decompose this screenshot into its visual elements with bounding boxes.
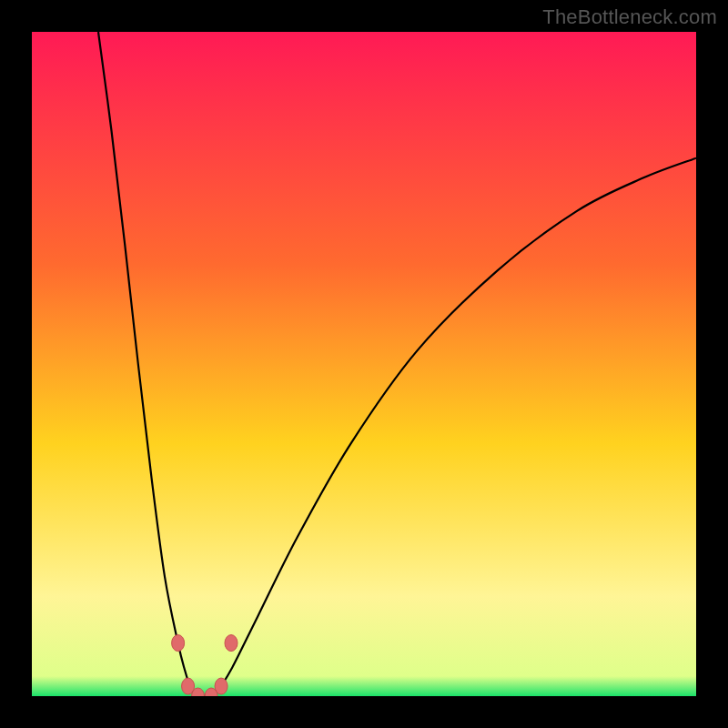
- chart-frame: TheBottleneck.com: [0, 0, 728, 728]
- marker-dot: [172, 635, 185, 652]
- curve-left-branch: [98, 32, 205, 696]
- plot-area: [32, 32, 696, 696]
- watermark-text: TheBottleneck.com: [542, 5, 717, 29]
- marker-dot: [225, 635, 238, 652]
- curve-right-branch: [205, 158, 696, 696]
- bottleneck-curve: [32, 32, 696, 696]
